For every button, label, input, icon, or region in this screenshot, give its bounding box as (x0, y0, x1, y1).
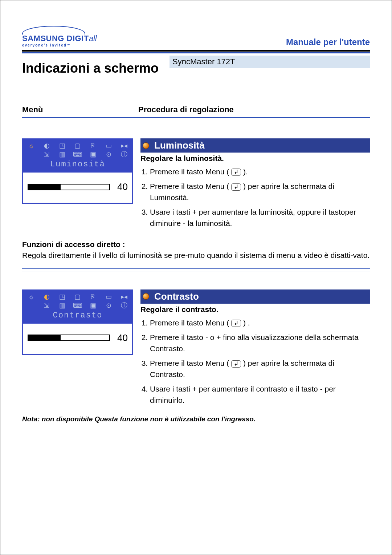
slider-fill (28, 185, 61, 190)
setting-subtitle: Regolare la luminosità. (140, 154, 370, 163)
brand-logo: SAMSUNG DIGITall everyone's invited™ (22, 26, 97, 47)
osd-label: Luminosità (26, 159, 129, 171)
osd-icon: ▭ (103, 293, 114, 301)
osd-icon: ⇲ (42, 150, 52, 158)
note-text: Nota: non disponibile Questa funzione no… (22, 415, 370, 423)
setting-title-bar: Luminosità (140, 138, 370, 153)
menu-button-icon: ↲ (231, 320, 241, 327)
osd-icon: ⌨ (73, 150, 83, 158)
osd-icon: ⇲ (42, 301, 52, 309)
slider-value: 40 (117, 181, 128, 193)
osd-icon: ⊙ (103, 301, 114, 309)
direct-access-note: Funzioni di accesso diretto :Regola dire… (22, 239, 370, 260)
column-header-menu: Menù (22, 105, 138, 114)
step-item: Premere il tasto Menu ( ↲ ) per aprire l… (150, 181, 370, 203)
slider-track (28, 335, 110, 341)
osd-icon: ▥ (57, 150, 67, 158)
setting-subtitle: Regolare il contrasto. (140, 305, 370, 314)
osd-icon: ▢ (73, 142, 83, 150)
slider-track (28, 184, 110, 190)
page-title: Indicazioni a schermo (22, 61, 170, 76)
logo-tagline: everyone's invited™ (22, 43, 97, 47)
logo-suffix: all (89, 34, 97, 43)
osd-icon: ◐ (42, 293, 52, 301)
osd-icon: ⎘ (88, 293, 98, 301)
osd-icon: ⌨ (73, 301, 83, 309)
osd-icon: ▸◂ (119, 293, 129, 301)
osd-icon: ▥ (57, 301, 67, 309)
setting-title: Contrasto (154, 291, 199, 302)
osd-icon: ▢ (73, 293, 83, 301)
bullet-icon (143, 142, 149, 149)
setting-title: Luminosità (154, 140, 205, 151)
osd-icon: ⎘ (88, 142, 98, 150)
step-item: Usare i tasti + per aumentare la luminos… (150, 207, 370, 229)
step-item: Premere il tasto - o + fino alla visuali… (150, 332, 370, 354)
osd-icon: ▣ (88, 150, 98, 158)
column-header-procedure: Procedura di regolazione (138, 105, 234, 114)
osd-icon: ◳ (57, 142, 67, 150)
slider-value: 40 (117, 332, 128, 344)
osd-icon: ☼ (26, 293, 36, 301)
menu-button-icon: ↲ (231, 183, 241, 191)
step-item: Premere il tasto Menu ( ↲ ) per aprire l… (150, 358, 370, 380)
menu-button-icon: ↲ (231, 169, 241, 176)
step-item: Premere il tasto Menu ( ↲ ) . (150, 317, 370, 328)
steps-list: Premere il tasto Menu ( ↲ ) .Premere il … (140, 317, 370, 406)
section-divider (22, 268, 370, 271)
osd-icon: ⓘ (119, 150, 129, 158)
osd-icon: ▸◂ (119, 142, 129, 150)
osd-panel: ☼◐◳▢⎘▭▸◂⇲▥⌨▣⊙ⓘLuminosità40 (22, 138, 133, 204)
manual-title: Manuale per l'utente (286, 37, 370, 47)
osd-icon: ▭ (103, 142, 114, 150)
step-item: Premere il tasto Menu ( ↲ ). (150, 166, 370, 177)
logo-brand: SAMSUNG DIGIT (22, 34, 89, 43)
model-bar: SyncMaster 172T (170, 56, 370, 68)
osd-icon: ◳ (57, 293, 67, 301)
osd-label: Contrasto (26, 310, 129, 322)
header-rule (22, 50, 370, 53)
osd-icon: ☼ (26, 142, 36, 150)
osd-panel: ☼◐◳▢⎘▭▸◂⇲▥⌨▣⊙ⓘContrasto40 (22, 289, 133, 355)
bullet-icon (143, 293, 149, 300)
osd-icon: ⓘ (119, 301, 129, 309)
step-item: Usare i tasti + per aumentare il contras… (150, 384, 370, 406)
osd-icon: ◐ (42, 142, 52, 150)
menu-button-icon: ↲ (231, 360, 241, 368)
setting-title-bar: Contrasto (140, 289, 370, 304)
osd-icon: ⊙ (103, 150, 114, 158)
columns-rule (22, 117, 370, 120)
steps-list: Premere il tasto Menu ( ↲ ).Premere il t… (140, 166, 370, 229)
slider-fill (28, 335, 61, 340)
osd-icon: ▣ (88, 301, 98, 309)
